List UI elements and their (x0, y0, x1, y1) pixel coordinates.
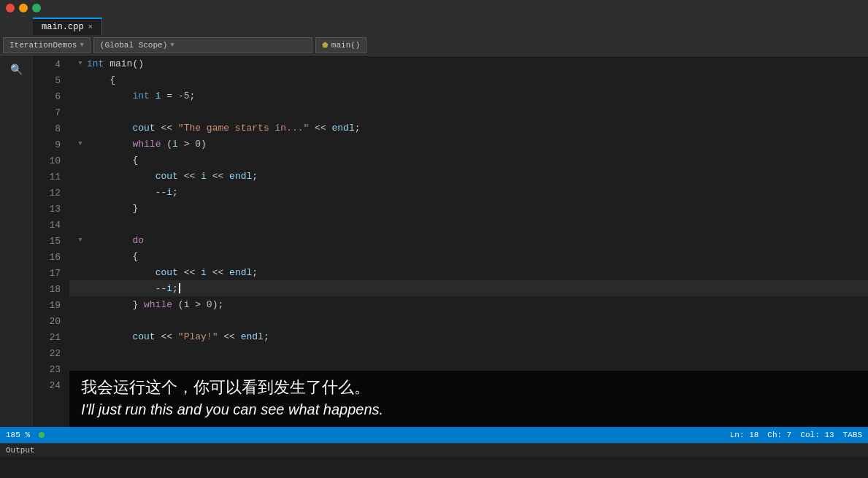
subtitle-area: 我会运行这个，你可以看到发生了什么。 I'll just run this an… (69, 371, 868, 427)
breadcrumb: IterationDemos ▼ (Global Scope) ▼ ⬟ main… (3, 37, 865, 53)
close-button[interactable] (6, 4, 15, 12)
project-selector[interactable]: IterationDemos ▼ (3, 37, 91, 53)
status-indicator (39, 432, 45, 438)
col-info: Col: 13 (800, 431, 834, 439)
line-num-19: 19 (33, 298, 61, 314)
maximize-button[interactable] (32, 4, 41, 12)
tab-close-icon[interactable]: × (88, 23, 93, 31)
line-num-13: 13 (33, 201, 61, 217)
line-num-18: 18 (33, 282, 61, 298)
code-line-11: cout << i << endl; (69, 168, 868, 184)
code-editor[interactable]: 4 5 6 7 8 9 10 11 12 13 14 15 16 17 18 1… (33, 55, 868, 427)
line-num-15: 15 (33, 234, 61, 250)
code-line-6: int i = -5; (69, 88, 868, 104)
subtitle-chinese: 我会运行这个，你可以看到发生了什么。 (81, 377, 856, 398)
dropdown-arrow-icon: ▼ (80, 42, 83, 49)
line-info: Ln: 18 (730, 431, 759, 439)
code-line-12: --i; (69, 184, 868, 200)
line-num-17: 17 (33, 266, 61, 282)
fold-icon-9[interactable]: ▼ (74, 140, 87, 147)
project-name: IterationDemos (9, 41, 77, 50)
line-numbers: 4 5 6 7 8 9 10 11 12 13 14 15 16 17 18 1… (33, 55, 69, 427)
code-line-20 (69, 312, 868, 328)
line-num-23: 23 (33, 362, 61, 378)
line-num-16: 16 (33, 250, 61, 266)
code-with-markers: ▼ int main() { int i = -5; (69, 55, 868, 427)
code-line-9: ▼ while (i > 0) (69, 136, 868, 152)
line-num-10: 10 (33, 153, 61, 169)
line-num-8: 8 (33, 121, 61, 137)
toolbar: IterationDemos ▼ (Global Scope) ▼ ⬟ main… (0, 35, 868, 55)
scope-selector[interactable]: (Global Scope) ▼ (93, 37, 312, 53)
code-line-17: cout << i << endl; (69, 264, 868, 280)
function-selector[interactable]: ⬟ main() (315, 37, 367, 53)
line-num-6: 6 (33, 89, 61, 105)
zoom-level: 185 % (6, 431, 30, 439)
line-num-5: 5 (33, 73, 61, 89)
code-line-10: { (69, 152, 868, 168)
fold-icon-15[interactable]: ▼ (74, 236, 87, 244)
line-num-22: 22 (33, 346, 61, 362)
subtitle-english: I'll just run this and you can see what … (81, 401, 856, 418)
code-line-4: ▼ int main() (69, 55, 868, 72)
status-bar: 185 % Ln: 18 Ch: 7 Col: 13 TABS (0, 427, 868, 443)
tab-main-cpp[interactable]: main.cpp × (33, 18, 102, 35)
tab-bar: main.cpp × (0, 16, 868, 35)
code-area: 4 5 6 7 8 9 10 11 12 13 14 15 16 17 18 1… (33, 55, 868, 427)
code-line-5: { (69, 72, 868, 88)
scope-arrow-icon: ▼ (170, 42, 174, 49)
code-line-19: } while (i > 0); (69, 296, 868, 312)
func-label: main() (331, 41, 361, 50)
code-line-14 (69, 216, 868, 232)
line-num-12: 12 (33, 185, 61, 201)
editor-area: 🔍 4 5 6 7 8 9 10 11 12 13 14 15 (0, 55, 868, 427)
tabs-info: TABS (843, 431, 862, 439)
left-sidebar: 🔍 (0, 55, 33, 427)
fold-icon-4[interactable]: ▼ (74, 60, 87, 67)
title-bar (0, 0, 868, 16)
line-num-21: 21 (33, 330, 61, 346)
code-line-7 (69, 104, 868, 120)
code-line-13: } (69, 200, 868, 216)
code-line-22 (69, 344, 868, 361)
code-line-15: ▼ do (69, 232, 868, 248)
line-num-7: 7 (33, 105, 61, 121)
code-line-18: --i; (69, 280, 868, 296)
search-icon[interactable]: 🔍 (5, 58, 27, 80)
scope-label: (Global Scope) (100, 41, 167, 50)
line-num-11: 11 (33, 169, 61, 185)
code-line-16: { (69, 248, 868, 264)
char-info: Ch: 7 (767, 431, 791, 439)
line-num-9: 9 (33, 137, 61, 153)
code-line-21: cout << "Play!" << endl; (69, 328, 868, 344)
line-num-14: 14 (33, 217, 61, 234)
code-line-8: cout << "The game starts in..." << endl; (69, 120, 868, 136)
status-right: Ln: 18 Ch: 7 Col: 13 TABS (730, 431, 862, 439)
tab-label: main.cpp (42, 22, 84, 32)
line-num-4: 4 (33, 57, 61, 73)
line-num-20: 20 (33, 314, 61, 330)
output-bar: Output (0, 443, 868, 456)
line-num-24: 24 (33, 378, 61, 394)
minimize-button[interactable] (19, 4, 28, 12)
output-label: Output (6, 446, 35, 455)
